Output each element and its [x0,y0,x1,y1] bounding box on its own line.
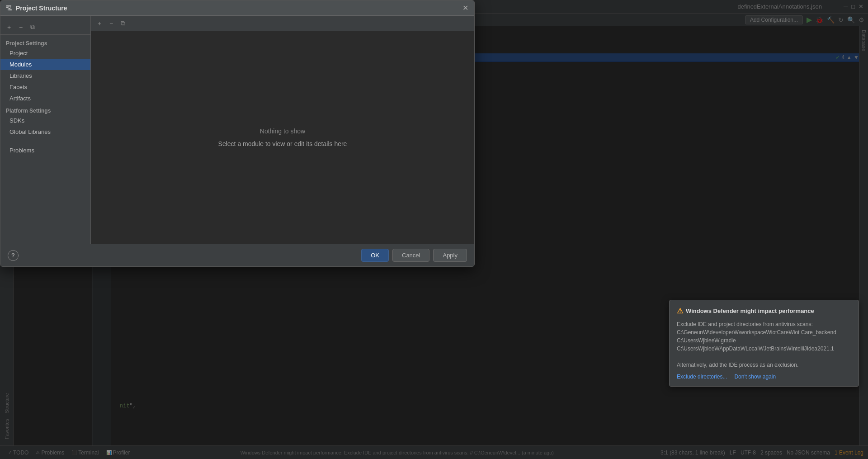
defender-notification-body: Exclude IDE and project directories from… [677,320,851,369]
main-copy-btn[interactable]: ⧉ [118,19,128,28]
main-remove-btn[interactable]: − [106,19,116,28]
dialog-title-area: 🏗 Project Structure [6,5,67,12]
project-settings-label: Project Settings [0,37,90,47]
dialog-title-text: Project Structure [16,5,67,12]
nav-item-global-libraries[interactable]: Global Libraries [0,126,90,137]
dialog-action-btns: OK Cancel Apply [361,249,467,262]
defender-links: Exclude directories... Don't show again [677,373,851,381]
dialog-help-btn[interactable]: ? [8,250,19,261]
defender-path-1: C:\GeneunW\developerW\workspaceWiotCareW… [677,329,836,336]
nav-item-facets[interactable]: Facets [0,81,90,93]
platform-settings-label: Platform Settings [0,104,90,115]
dialog-nav-toolbar: + − ⧉ [0,19,90,35]
dialog-ok-btn[interactable]: OK [361,249,389,262]
dialog-close-btn[interactable]: ✕ [462,5,469,12]
warning-icon: ⚠ [677,306,683,317]
exclude-directories-link[interactable]: Exclude directories... [677,373,727,381]
defender-notification-title: ⚠ Windows Defender might impact performa… [677,306,851,317]
dialog-app-icon: 🏗 [6,5,12,12]
nav-add-btn[interactable]: + [4,22,14,32]
nav-copy-btn[interactable]: ⧉ [28,22,38,32]
defender-path-3: C:\UsersWjbleeWAppDataWLocalWJetBrainsWI… [677,345,834,352]
defender-path-2: C:\UsersWjbleeW.gradle [677,337,736,344]
main-add-btn[interactable]: + [94,19,104,28]
dialog-apply-btn[interactable]: Apply [433,249,467,262]
defender-alt-text: Alternatively, add the IDE process as an… [677,362,798,368]
dialog-footer: ? OK Cancel Apply [0,244,474,266]
select-module-text: Select a module to view or edit its deta… [218,140,347,147]
dialog-main: + − ⧉ Nothing to show Select a module to… [91,16,474,244]
dialog-nav: + − ⧉ Project Settings Project Modules L… [0,16,91,244]
nav-item-artifacts[interactable]: Artifacts [0,93,90,104]
dialog-cancel-btn[interactable]: Cancel [392,249,429,262]
dialog-title-bar: 🏗 Project Structure ✕ [0,0,474,16]
dialog-content: Nothing to show Select a module to view … [91,31,474,244]
defender-notification: ⚠ Windows Defender might impact performa… [669,300,859,387]
nav-item-sdks[interactable]: SDKs [0,115,90,126]
nav-item-libraries[interactable]: Libraries [0,70,90,81]
nav-item-problems[interactable]: Problems [0,145,90,156]
nav-item-project[interactable]: Project [0,47,90,59]
nav-remove-btn[interactable]: − [16,22,26,32]
dont-show-again-link[interactable]: Don't show again [734,373,776,381]
dialog-body: + − ⧉ Project Settings Project Modules L… [0,16,474,244]
dialog-main-toolbar: + − ⧉ [91,16,474,31]
nav-item-modules[interactable]: Modules [0,59,90,70]
nothing-to-show-text: Nothing to show [260,128,305,135]
modal-overlay: 🏗 Project Structure ✕ + − ⧉ Project Sett… [0,0,868,459]
project-structure-dialog: 🏗 Project Structure ✕ + − ⧉ Project Sett… [0,0,475,267]
